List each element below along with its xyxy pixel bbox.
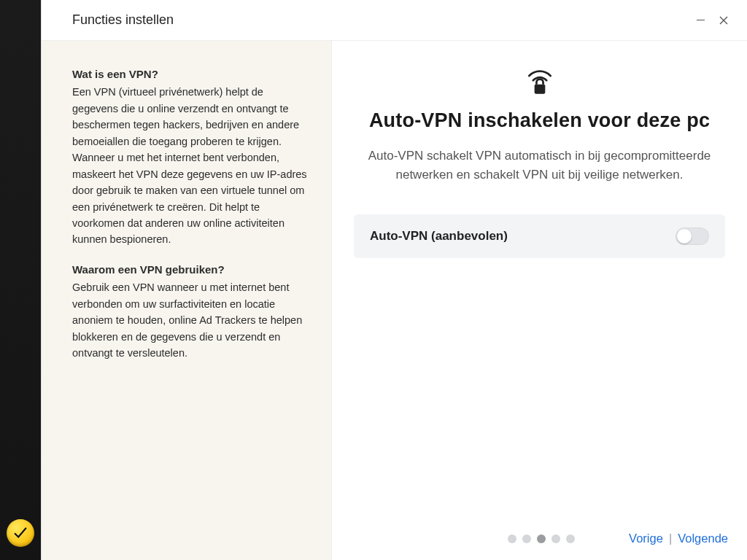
info-heading-why: Waarom een VPN gebruiken?: [72, 261, 309, 278]
window: Functies instellen Wat is een VPN? Een V…: [41, 0, 747, 560]
step-dot[interactable]: [551, 534, 560, 543]
prev-link[interactable]: Vorige: [629, 532, 663, 545]
wifi-lock-icon: [524, 67, 556, 99]
step-dot[interactable]: [522, 534, 531, 543]
step-dot[interactable]: [537, 534, 546, 543]
setting-label-autovpn: Auto-VPN (aanbevolen): [370, 229, 676, 244]
svg-rect-0: [534, 85, 545, 94]
toggle-autovpn[interactable]: [676, 228, 709, 245]
toggle-knob: [677, 229, 692, 244]
step-indicator: [453, 534, 629, 543]
minimize-button[interactable]: [689, 9, 712, 32]
step-dot[interactable]: [566, 534, 575, 543]
titlebar: Functies instellen: [42, 0, 747, 41]
main-panel: Auto-VPN inschakelen voor deze pc Auto-V…: [332, 41, 747, 560]
page-heading: Auto-VPN inschakelen voor deze pc: [354, 109, 725, 132]
page-subheading: Auto-VPN schakelt VPN automatisch in bij…: [365, 147, 715, 185]
wizard-footer: Vorige | Volgende: [332, 521, 747, 560]
step-dot[interactable]: [508, 534, 516, 543]
hero: Auto-VPN inschakelen voor deze pc Auto-V…: [354, 67, 725, 185]
close-button[interactable]: [712, 9, 735, 32]
info-body-what: Een VPN (virtueel privénetwerk) helpt de…: [72, 84, 309, 248]
norton-logo: [7, 519, 34, 547]
info-body-why: Gebruik een VPN wanneer u met internet b…: [72, 279, 309, 361]
window-title: Functies instellen: [72, 12, 174, 28]
setting-card-autovpn: Auto-VPN (aanbevolen): [354, 214, 725, 258]
next-link[interactable]: Volgende: [678, 532, 728, 545]
info-heading-what: Wat is een VPN?: [72, 66, 309, 82]
nav-separator: |: [669, 532, 672, 545]
brand-rail: [0, 0, 41, 560]
info-panel: Wat is een VPN? Een VPN (virtueel privén…: [42, 41, 332, 560]
